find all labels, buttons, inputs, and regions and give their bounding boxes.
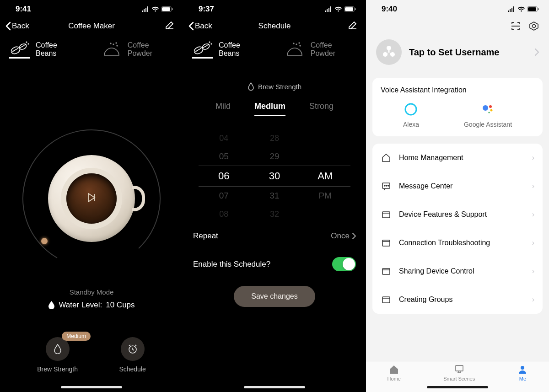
tab-powder-label: Coffee Powder [311, 41, 357, 58]
tab-coffee-powder[interactable]: Coffee Powder [284, 40, 357, 66]
folder-icon [381, 238, 392, 248]
google-assistant-icon [481, 102, 495, 116]
water-label: Water Level: [59, 301, 102, 310]
tabbar-home[interactable]: Home [388, 365, 401, 381]
enable-switch[interactable] [332, 257, 356, 271]
svg-rect-46 [456, 365, 463, 371]
picker-row: 0832 [199, 205, 350, 223]
repeat-row[interactable]: Repeat Once [183, 223, 366, 249]
alexa-icon [404, 102, 418, 116]
water-level: Water Level: 10 Cups [0, 301, 183, 310]
back-button[interactable]: Back [5, 21, 29, 31]
row-faq[interactable]: Device Features & Support › [372, 200, 543, 229]
back-button[interactable]: Back [188, 21, 212, 31]
chevron-right-icon: › [532, 154, 534, 162]
strength-mild[interactable]: Mild [215, 102, 231, 116]
drop-outline-icon [53, 344, 62, 354]
status-mode: Standby Mode [0, 288, 183, 296]
row-home-management[interactable]: Home Management › [372, 144, 543, 172]
chevron-left-icon [5, 21, 11, 31]
home-indicator[interactable] [427, 386, 488, 388]
profile-row[interactable]: Tap to Set Username [366, 33, 549, 78]
play-button[interactable] [85, 191, 98, 206]
home-icon [388, 365, 399, 375]
dial-knob[interactable] [41, 238, 48, 244]
play-next-icon [85, 191, 98, 204]
scan-icon[interactable] [511, 21, 521, 31]
folder-icon [381, 295, 392, 305]
home-indicator[interactable] [61, 386, 122, 388]
battery-icon [344, 6, 356, 12]
svg-point-35 [489, 105, 492, 108]
edit-button[interactable] [165, 20, 175, 32]
wifi-icon [517, 6, 525, 12]
signal-icon [324, 6, 333, 12]
tabbar-smart[interactable]: Smart Scenes [443, 365, 475, 381]
brew-strength-action[interactable]: Medium Brew Strength [37, 337, 78, 373]
svg-point-37 [489, 112, 490, 113]
signal-icon [507, 6, 516, 12]
drop-outline-icon [248, 82, 254, 91]
svg-point-40 [386, 185, 387, 186]
time-picker[interactable]: 0428 0529 0630AM 0731PM 0832 [183, 129, 366, 223]
settings-list: Home Management › Message Center › Devic… [372, 144, 543, 314]
alexa-label: Alexa [403, 121, 419, 128]
strength-badge: Medium [62, 332, 91, 341]
strength-strong[interactable]: Strong [309, 102, 334, 116]
folder-icon [381, 209, 392, 220]
assistant-google[interactable]: Google Assistant [464, 102, 512, 128]
picker-row: 0529 [199, 147, 350, 166]
screen-me: 9:40 Tap to Set Username Voice Assistant… [366, 0, 549, 392]
picker-row-selected: 0630AM [199, 166, 350, 187]
row-network[interactable]: Connection Troubleshooting › [372, 229, 543, 257]
status-bar: 9:41 [0, 0, 183, 16]
schedule-button[interactable] [121, 337, 145, 361]
tab-coffee-beans[interactable]: Coffee Beans [9, 40, 78, 66]
row-label: Sharing Device Control [399, 267, 525, 275]
svg-point-33 [405, 104, 416, 115]
settings-icon[interactable] [529, 21, 539, 31]
tab-coffee-powder[interactable]: Coffee Powder [101, 40, 174, 66]
svg-point-36 [490, 109, 493, 112]
svg-point-39 [384, 185, 385, 186]
svg-rect-43 [382, 240, 390, 246]
row-sharing[interactable]: Sharing Device Control › [372, 257, 543, 285]
status-icons [141, 6, 173, 12]
pencil-icon [165, 20, 175, 30]
svg-point-23 [299, 43, 300, 43]
tabbar-home-label: Home [388, 376, 401, 381]
chevron-right-icon [352, 233, 356, 239]
svg-point-29 [533, 25, 536, 28]
row-label: Connection Troubleshooting [399, 239, 525, 247]
picker-row: 0428 [199, 129, 350, 147]
tab-coffee-beans[interactable]: Coffee Beans [192, 40, 261, 66]
svg-point-5 [26, 42, 27, 43]
assistant-alexa[interactable]: Alexa [403, 102, 419, 128]
tabbar-me[interactable]: Me [517, 365, 527, 381]
alarm-icon [128, 344, 138, 354]
svg-point-21 [208, 44, 209, 45]
wifi-icon [334, 6, 342, 12]
chevron-right-icon: › [532, 295, 534, 304]
home-indicator[interactable] [244, 386, 305, 388]
screen-schedule: 9:37 Back Schedule Coffee Beans Coffee P [183, 0, 366, 392]
edit-button[interactable] [348, 20, 358, 32]
brew-strength-label: Brew Strength [258, 83, 301, 91]
row-group[interactable]: Creating Groups › [372, 285, 543, 314]
svg-rect-28 [538, 8, 539, 10]
save-button[interactable]: Save changes [234, 286, 315, 307]
product-type-tabs: Coffee Beans Coffee Powder [183, 36, 366, 66]
home-outline-icon [381, 153, 392, 163]
svg-point-19 [209, 42, 210, 43]
brew-dial[interactable] [14, 121, 169, 276]
row-label: Home Management [399, 154, 525, 162]
schedule-action[interactable]: Schedule [119, 337, 145, 373]
coffee-beans-icon [9, 40, 30, 59]
row-message-center[interactable]: Message Center › [372, 172, 543, 200]
svg-point-24 [300, 45, 301, 46]
status-bar: 9:40 [366, 0, 549, 16]
svg-rect-27 [528, 7, 536, 11]
status-icons [324, 6, 356, 12]
strength-medium[interactable]: Medium [254, 102, 285, 116]
tabbar-smart-label: Smart Scenes [443, 376, 475, 381]
